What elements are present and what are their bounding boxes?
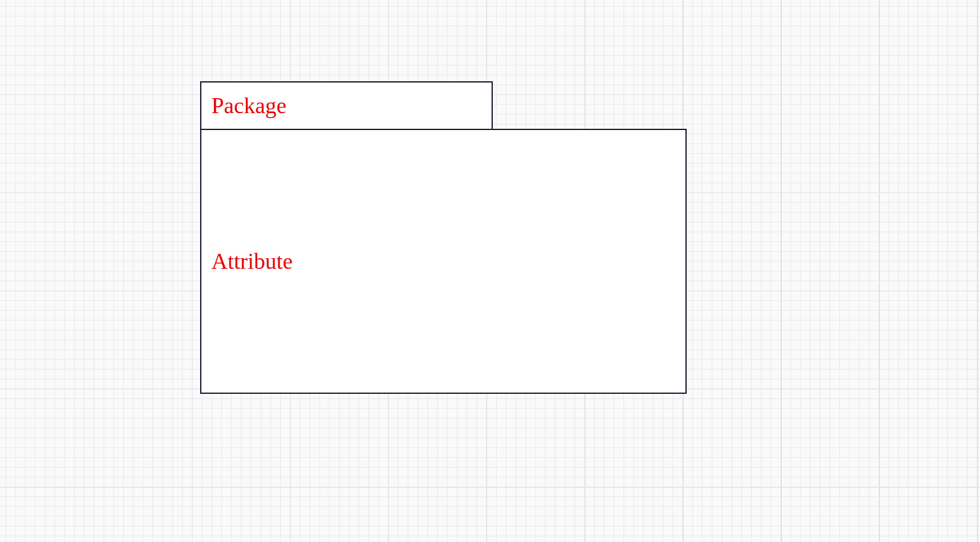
- package-tab-label[interactable]: Package: [211, 93, 286, 119]
- package-tab[interactable]: Package: [200, 81, 493, 130]
- package-body-label[interactable]: Attribute: [211, 248, 293, 274]
- package-body[interactable]: Attribute: [200, 129, 687, 394]
